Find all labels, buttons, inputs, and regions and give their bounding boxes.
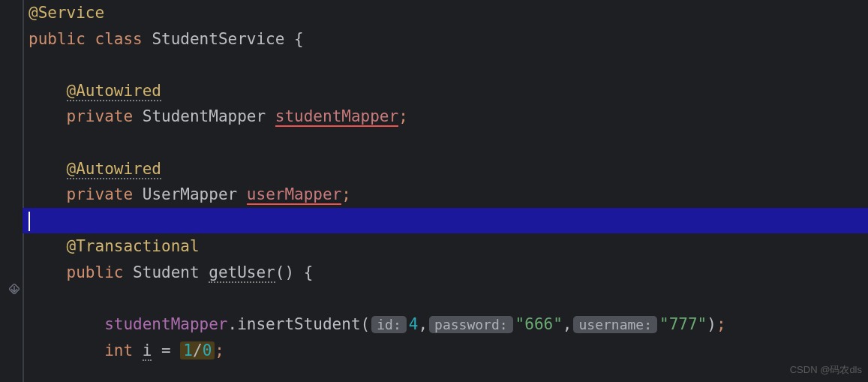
class-name: StudentService bbox=[152, 30, 284, 48]
editor-gutter bbox=[0, 0, 23, 382]
keyword-private: private bbox=[67, 107, 134, 125]
code-line[interactable] bbox=[23, 286, 868, 312]
paren-open: ( bbox=[361, 315, 371, 333]
comma: , bbox=[563, 315, 572, 333]
annotation-transactional: @Transactional bbox=[67, 237, 200, 255]
code-line-current[interactable] bbox=[23, 208, 868, 234]
keyword-class: class bbox=[95, 30, 143, 48]
semicolon: ; bbox=[215, 341, 224, 359]
semicolon: ; bbox=[398, 107, 408, 125]
paren-close: ) bbox=[707, 315, 716, 333]
code-line[interactable]: studentMapper.insertStudent(id:4,passwor… bbox=[23, 311, 868, 338]
keyword-public: public bbox=[67, 263, 124, 281]
field-name: studentMapper bbox=[275, 107, 398, 127]
variable-name: i bbox=[143, 341, 152, 361]
type-name: UserMapper bbox=[143, 185, 237, 203]
caret bbox=[29, 212, 30, 231]
annotation-autowired: @Autowired bbox=[67, 160, 161, 179]
parens: () bbox=[275, 263, 294, 281]
type-name: StudentMapper bbox=[143, 107, 266, 125]
field-name: userMapper bbox=[247, 185, 341, 205]
code-line[interactable]: private UserMapper userMapper; bbox=[23, 182, 868, 208]
operator: / bbox=[193, 341, 203, 359]
code-line[interactable] bbox=[23, 52, 868, 78]
comma: , bbox=[418, 315, 428, 333]
brace: { bbox=[294, 263, 313, 281]
code-line[interactable]: private StudentMapper studentMapper; bbox=[23, 104, 868, 130]
method-call: insertStudent bbox=[237, 315, 360, 333]
keyword-public: public bbox=[29, 30, 86, 48]
number-literal: 0 bbox=[203, 341, 212, 359]
watermark: CSDN @码农dls bbox=[790, 362, 862, 377]
equals: = bbox=[152, 341, 180, 359]
param-hint: password: bbox=[429, 316, 513, 333]
param-hint: id: bbox=[371, 316, 407, 333]
brace: { bbox=[284, 30, 303, 48]
code-line[interactable]: @Service bbox=[23, 0, 868, 26]
string-literal: "777" bbox=[659, 315, 707, 333]
warning-highlight: 1/0 bbox=[180, 341, 215, 359]
semicolon: ; bbox=[341, 185, 351, 203]
return-type: Student bbox=[133, 263, 200, 281]
code-line[interactable]: @Autowired bbox=[23, 78, 868, 104]
field-ref: studentMapper bbox=[104, 315, 227, 333]
code-line[interactable] bbox=[23, 130, 868, 156]
code-line[interactable]: @Autowired bbox=[23, 156, 868, 182]
keyword-int: int bbox=[104, 341, 133, 359]
code-line[interactable]: public Student getUser() { bbox=[23, 260, 868, 286]
code-line[interactable]: int i = 1/0; bbox=[23, 338, 868, 364]
code-line[interactable]: public class StudentService { bbox=[23, 26, 868, 53]
code-editor[interactable]: @Service public class StudentService { @… bbox=[23, 0, 868, 382]
string-literal: "666" bbox=[515, 315, 563, 333]
code-line[interactable]: @Transactional bbox=[23, 233, 868, 260]
semicolon: ; bbox=[716, 315, 726, 333]
keyword-private: private bbox=[67, 185, 134, 203]
annotation: @Service bbox=[29, 4, 104, 22]
method-name: getUser bbox=[209, 263, 275, 283]
annotation-autowired: @Autowired bbox=[67, 82, 161, 101]
number-literal: 4 bbox=[409, 315, 419, 333]
override-icon[interactable] bbox=[9, 282, 20, 299]
dot: . bbox=[228, 315, 238, 333]
param-hint: username: bbox=[573, 316, 657, 333]
number-literal: 1 bbox=[183, 341, 193, 359]
